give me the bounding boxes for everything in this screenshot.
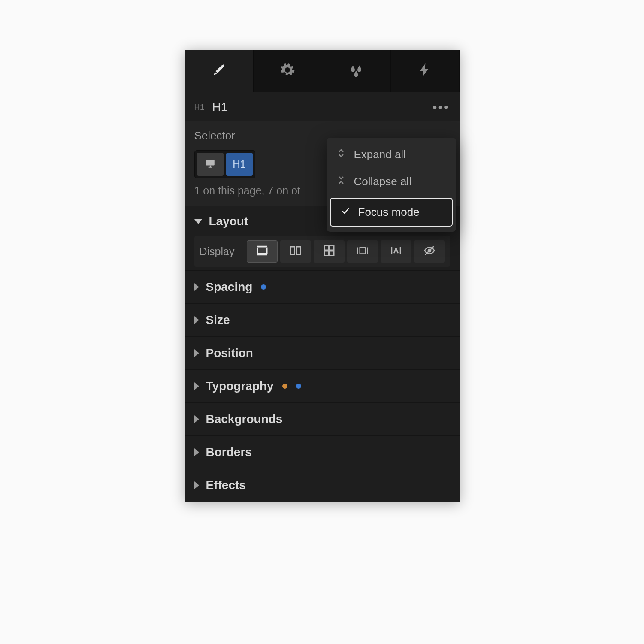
svg-rect-10 [360, 248, 365, 254]
display-flex-button[interactable] [280, 240, 311, 263]
indicator-dot-icon [296, 384, 301, 389]
block-icon [256, 244, 269, 259]
section-effects[interactable]: Effects [185, 469, 460, 502]
svg-rect-4 [290, 247, 294, 254]
menu-expand-all[interactable]: Expand all [327, 141, 456, 168]
section-size-title: Size [206, 313, 230, 327]
svg-rect-1 [257, 248, 267, 254]
section-typography[interactable]: Typography [185, 370, 460, 403]
caret-right-icon [194, 283, 199, 291]
menu-focus-label: Focus mode [358, 206, 420, 219]
more-menu-popup: Expand all Collapse all Focus mode [327, 138, 456, 232]
element-header: H1 H1 ••• [185, 92, 460, 121]
svg-rect-0 [206, 160, 215, 165]
inline-icon [390, 244, 402, 259]
section-spacing[interactable]: Spacing [185, 271, 460, 304]
caret-down-icon [194, 219, 202, 224]
section-typography-title: Typography [206, 379, 274, 393]
svg-rect-5 [296, 247, 300, 254]
caret-right-icon [194, 415, 199, 423]
element-label: H1 [212, 100, 228, 114]
section-borders-title: Borders [206, 445, 252, 459]
section-borders[interactable]: Borders [185, 436, 460, 469]
element-tag: H1 [194, 103, 205, 112]
grid-icon [323, 244, 336, 259]
selector-inherit-chip[interactable] [197, 153, 224, 176]
menu-expand-label: Expand all [354, 148, 406, 161]
selector-label: Selector [194, 129, 235, 142]
caret-right-icon [194, 349, 199, 357]
section-position[interactable]: Position [185, 337, 460, 370]
lightning-icon [417, 62, 432, 79]
display-inline-button[interactable] [381, 240, 411, 263]
tab-style[interactable] [185, 50, 254, 92]
brush-icon [211, 62, 227, 79]
section-backgrounds[interactable]: Backgrounds [185, 403, 460, 436]
display-grid-button[interactable] [314, 240, 345, 263]
flex-icon [289, 244, 302, 259]
selector-chips: H1 [194, 150, 255, 178]
section-size[interactable]: Size [185, 304, 460, 337]
display-row: Display [194, 236, 450, 267]
indicator-dot-icon [261, 284, 266, 290]
gear-icon [280, 62, 295, 79]
panel-tabs [185, 50, 460, 92]
style-panel: H1 H1 ••• Selector H1 1 on this page, 7 … [185, 50, 460, 502]
check-icon [340, 206, 351, 219]
caret-right-icon [194, 448, 199, 456]
menu-focus-mode[interactable]: Focus mode [330, 198, 453, 227]
tab-settings[interactable] [254, 50, 322, 92]
tab-interactions[interactable] [391, 50, 460, 92]
svg-rect-7 [330, 246, 334, 250]
inlineblock-icon [356, 244, 369, 259]
svg-rect-6 [324, 246, 328, 250]
caret-right-icon [194, 481, 199, 489]
section-effects-title: Effects [206, 478, 246, 492]
caret-right-icon [194, 316, 199, 324]
menu-collapse-all[interactable]: Collapse all [327, 168, 456, 195]
section-position-title: Position [206, 346, 253, 360]
indicator-dot-icon [282, 384, 287, 389]
display-block-button[interactable] [247, 240, 278, 263]
display-label: Display [200, 245, 245, 258]
collapse-icon [336, 175, 346, 188]
screen-icon [205, 157, 216, 171]
section-backgrounds-title: Backgrounds [206, 412, 283, 426]
droplets-icon [348, 62, 364, 79]
display-inlineblock-button[interactable] [347, 240, 378, 263]
selector-tag-chip[interactable]: H1 [226, 153, 253, 176]
section-spacing-title: Spacing [206, 280, 253, 294]
display-none-button[interactable] [414, 240, 445, 263]
svg-rect-8 [324, 251, 328, 255]
selector-tag-text: H1 [233, 158, 246, 170]
expand-icon [336, 148, 346, 161]
section-layout-title: Layout [209, 215, 248, 228]
more-menu-button[interactable]: ••• [432, 105, 450, 109]
svg-rect-9 [330, 251, 334, 255]
menu-collapse-label: Collapse all [354, 175, 411, 188]
eye-off-icon [423, 244, 436, 259]
caret-right-icon [194, 382, 199, 390]
tab-effects[interactable] [322, 50, 391, 92]
